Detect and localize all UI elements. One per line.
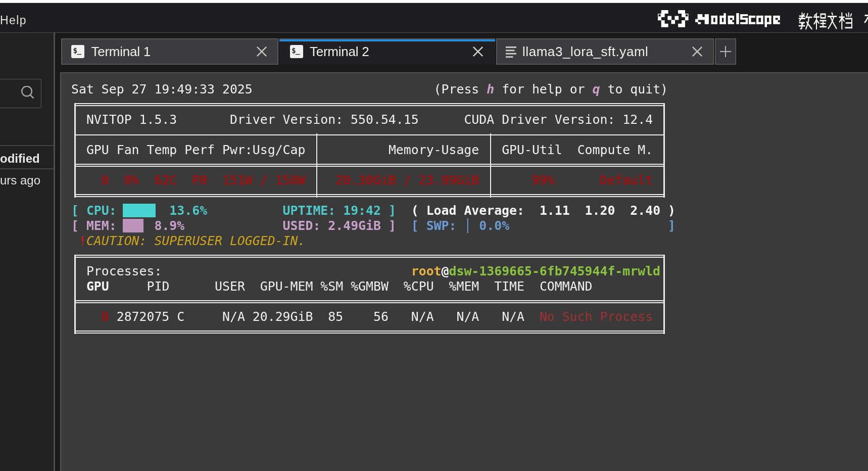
header-bar: Help (0, 4, 868, 32)
docs-link[interactable] (798, 12, 853, 34)
tab-label: Terminal 1 (91, 44, 151, 60)
terminal-text: [ (71, 218, 79, 233)
terminal-text: dsw-1369665-6fb745944f-mrwld (449, 264, 661, 279)
box-rule (74, 103, 664, 104)
terminal-text: 2872075 (117, 309, 170, 324)
new-tab-button[interactable] (715, 38, 736, 65)
box-rule (316, 133, 317, 198)
tab-llama3-lora-sft-yaml[interactable]: llama3_lora_sft.yaml (496, 38, 714, 65)
terminal-text: N/A (456, 309, 479, 324)
box-rule (74, 196, 664, 197)
terminal-text: 20.29GiB (253, 309, 313, 324)
box-rule (74, 103, 75, 198)
terminal-text: SWP: (426, 218, 457, 233)
terminal-text: Driver Version: 550.54.15 (230, 112, 419, 127)
terminal-text: CPU: (86, 203, 117, 218)
box-rule (74, 255, 664, 256)
box-rule (74, 331, 664, 332)
box-rule (490, 133, 491, 198)
terminal-text: Sat Sep 27 19:49:33 2025 (71, 82, 253, 97)
terminal-text: 2.40 (630, 203, 660, 218)
terminal-text: N/A (222, 309, 245, 324)
terminal-text: [ (411, 218, 419, 233)
cpu-bar (123, 204, 156, 217)
sidebar-splitter[interactable] (54, 33, 55, 471)
box-rule (74, 105, 664, 106)
terminal-text: q (593, 82, 600, 97)
terminal-panel[interactable]: Sat Sep 27 19:49:33 2025(Press h for hel… (60, 72, 868, 471)
terminal-output: Sat Sep 27 19:49:33 2025(Press h for hel… (61, 73, 868, 471)
terminal-text: Processes: (86, 264, 162, 279)
box-rule (74, 164, 664, 165)
menu-item-help[interactable]: Help (0, 14, 27, 27)
terminal-icon-glyph: $_ (73, 46, 81, 55)
terminal-text: │ (464, 218, 471, 233)
file-browser-sidebar: odified urs ago (0, 33, 54, 471)
mem-bar (123, 219, 143, 232)
box-rule (74, 302, 664, 303)
partial-menu-item[interactable] (861, 12, 868, 32)
modelscope-logo-glyph (658, 10, 689, 27)
terminal-text: PID (147, 279, 170, 294)
terminal-text: TIME (494, 279, 524, 294)
terminal-text: COMMAND (540, 279, 593, 294)
terminal-text: USER (215, 279, 245, 294)
terminal-text: N/A (411, 309, 434, 324)
terminal-text: ( (411, 203, 419, 218)
box-rule (74, 300, 664, 301)
file-row-modified-value[interactable]: urs ago (0, 173, 40, 187)
terminal-text: USED: (283, 218, 321, 233)
terminal-text: GPU (86, 143, 109, 158)
modelscope-logo-icon[interactable] (658, 10, 689, 29)
terminal-text: (Press (434, 82, 487, 97)
terminal-icon: $_ (290, 45, 303, 58)
app-root: Help (0, 0, 868, 471)
terminal-text: 85 (328, 309, 343, 324)
terminal-text: to quit) (600, 82, 668, 97)
partial-menu-glyph (861, 12, 868, 32)
terminal-text: 0 (102, 309, 109, 324)
box-rule (74, 134, 664, 135)
column-header-last-modified[interactable]: odified (0, 152, 40, 166)
modelscope-wordmark[interactable] (695, 13, 781, 31)
terminal-text: h (487, 82, 494, 97)
terminal-text: 0 (102, 173, 109, 188)
box-rule (74, 194, 664, 195)
box-rule (74, 166, 664, 167)
tab-close-icon[interactable] (691, 45, 703, 58)
search-icon[interactable] (21, 86, 35, 102)
terminal-text: Compute M. (577, 143, 653, 158)
tab-close-icon[interactable] (256, 45, 268, 58)
file-lines-icon (506, 46, 517, 58)
terminal-text: Temp (147, 143, 177, 158)
terminal-text: ) (668, 203, 676, 218)
terminal-text: 0% (124, 173, 139, 188)
terminal-text: 20.30GiB / 23.99GiB (335, 173, 479, 188)
tab-terminal-2[interactable]: $_Terminal 2 (279, 38, 495, 65)
terminal-text: %MEM (449, 279, 479, 294)
terminal-text: for help or (494, 82, 592, 97)
terminal-text: 2.49GiB (328, 218, 381, 233)
terminal-text: 56 (373, 309, 389, 324)
terminal-text: NVITOP 1.5.3 (86, 112, 177, 127)
terminal-text: Pwr:Usg/Cap (222, 143, 305, 158)
terminal-text: Memory-Usage (389, 143, 479, 158)
box-rule (74, 255, 75, 334)
tab-label: Terminal 2 (310, 44, 369, 60)
terminal-text: Fan (117, 143, 139, 158)
terminal-text: MEM: (86, 218, 117, 233)
terminal-text: Perf (184, 143, 215, 158)
box-rule (74, 333, 664, 334)
terminal-text: GPU-MEM (260, 279, 313, 294)
terminal-text: ] (389, 203, 396, 218)
tab-label: llama3_lora_sft.yaml (522, 44, 648, 60)
terminal-text: %GMBW (351, 279, 389, 294)
terminal-text: P0 (192, 173, 207, 188)
terminal-text: 1.11 (540, 203, 570, 218)
terminal-text: 8.9% (154, 218, 184, 233)
tab-close-icon[interactable] (472, 45, 484, 58)
terminal-text: 13.6% (169, 203, 207, 218)
tab-terminal-1[interactable]: $_Terminal 1 (61, 38, 279, 65)
active-tab-indicator (279, 39, 495, 41)
terminal-text: C (177, 309, 184, 324)
